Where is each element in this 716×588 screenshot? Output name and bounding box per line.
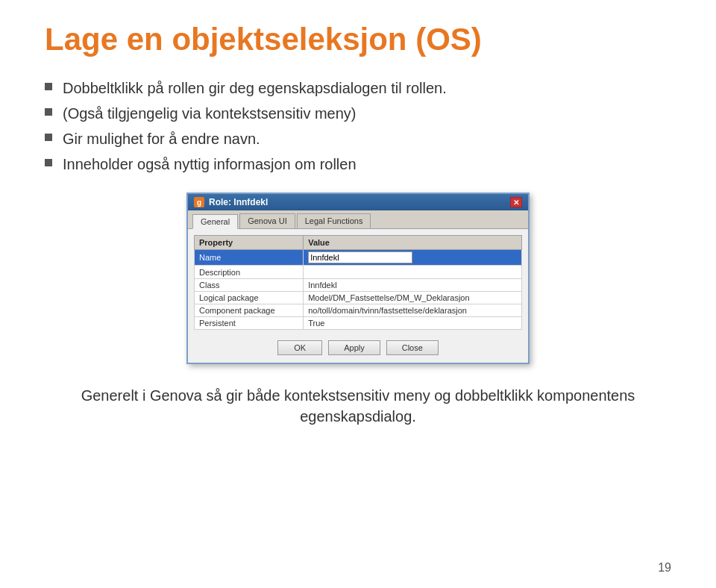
list-item: Gir mulighet for å endre navn. [45,128,671,149]
table-row: Class Innfdekl [195,279,522,292]
col-header-property: Property [195,236,304,250]
bullet-list: Dobbeltklikk på rollen gir deg egenskaps… [45,78,671,175]
tab-genova-ui[interactable]: Genova UI [239,213,295,228]
tab-legal-functions[interactable]: Legal Functions [297,213,371,228]
cell-class-label: Class [195,279,304,292]
cell-name-label: Name [195,250,304,266]
bullet-icon [45,83,52,90]
apply-button[interactable]: Apply [328,340,380,355]
dialog-titlebar-left: g Role: Innfdekl [194,197,268,207]
page-container: Lage en objektseleksjon (OS) Dobbeltklik… [0,0,716,588]
cell-component-package-value: no/toll/domain/tvinn/fastsettelse/deklar… [304,304,522,317]
bullet-text-2: (Også tilgjengelig via kontekstsensitiv … [63,103,671,124]
list-item: Inneholder også nyttig informasjon om ro… [45,154,671,175]
cell-persistent-value: True [304,317,522,330]
cell-name-value[interactable] [304,250,522,266]
table-row: Name [195,250,522,266]
close-button[interactable]: Close [386,340,439,355]
dialog-wrapper: g Role: Innfdekl ✕ General Genova UI Leg… [45,193,671,364]
cell-class-value: Innfdekl [304,279,522,292]
bullet-text-3: Gir mulighet for å endre navn. [63,128,671,149]
list-item: (Også tilgjengelig via kontekstsensitiv … [45,103,671,124]
cell-logical-package-value: Model/DM_Fastsettelse/DM_W_Deklarasjon [304,292,522,304]
table-row: Component package no/toll/domain/tvinn/f… [195,304,522,317]
cell-description-value [304,266,522,279]
dialog-tabs: General Genova UI Legal Functions [188,210,528,229]
cell-component-package-label: Component package [195,304,304,317]
dialog-close-x-button[interactable]: ✕ [510,197,522,207]
name-input[interactable] [308,251,412,263]
footer-text: Generelt i Genova så gir både kontekstse… [45,385,671,427]
cell-persistent-label: Persistent [195,317,304,330]
dialog-app-icon: g [194,197,204,207]
bullet-text-4: Inneholder også nyttig informasjon om ro… [63,154,671,175]
tab-general[interactable]: General [192,214,238,229]
table-row: Logical package Model/DM_Fastsettelse/DM… [195,292,522,304]
col-header-value: Value [304,236,522,250]
role-properties-dialog: g Role: Innfdekl ✕ General Genova UI Leg… [186,193,530,364]
dialog-titlebar: g Role: Innfdekl ✕ [188,194,528,210]
ok-button[interactable]: OK [277,340,322,355]
table-row: Description [195,266,522,279]
table-row: Persistent True [195,317,522,330]
dialog-buttons: OK Apply Close [194,337,522,357]
cell-description-label: Description [195,266,304,279]
dialog-body: Property Value Name Description [188,229,528,363]
cell-logical-package-label: Logical package [195,292,304,304]
page-number: 19 [658,561,671,575]
bullet-text-1: Dobbeltklikk på rollen gir deg egenskaps… [63,78,671,98]
dialog-title: Role: Innfdekl [209,197,268,207]
properties-table: Property Value Name Description [194,235,522,330]
bullet-icon [45,134,52,141]
bullet-icon [45,108,52,116]
page-title: Lage en objektseleksjon (OS) [45,22,671,57]
list-item: Dobbeltklikk på rollen gir deg egenskaps… [45,78,671,98]
bullet-icon [45,159,52,166]
